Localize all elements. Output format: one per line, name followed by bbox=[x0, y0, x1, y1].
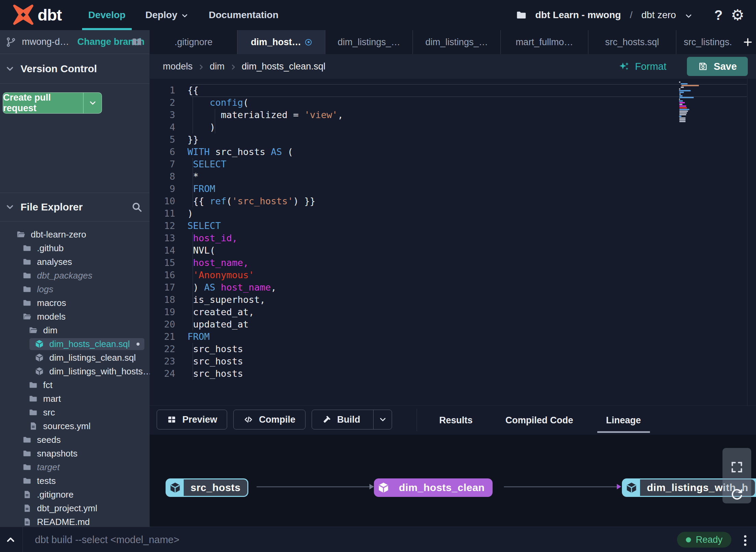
tree-item-.github[interactable]: .github bbox=[0, 241, 149, 255]
docs-book-icon[interactable] bbox=[130, 36, 143, 48]
line-number: 24 bbox=[150, 368, 187, 380]
tree-item-tests[interactable]: tests bbox=[0, 474, 149, 488]
reset-view-icon[interactable] bbox=[729, 488, 744, 503]
file-explorer-header[interactable]: File Explorer bbox=[0, 193, 149, 221]
line-number: 2 bbox=[150, 97, 187, 109]
panel-tab-label: Lineage bbox=[606, 415, 641, 426]
minimap[interactable] bbox=[679, 81, 699, 123]
build-button[interactable]: Build bbox=[312, 410, 392, 429]
nav-item-deploy[interactable]: Deploy bbox=[145, 0, 189, 30]
panel-tab-results[interactable]: Results bbox=[428, 406, 484, 435]
tree-item-label: dim_hosts_clean.sql bbox=[49, 339, 130, 349]
tree-item-src[interactable]: src bbox=[0, 406, 149, 419]
tree-item-analyses[interactable]: analyses bbox=[0, 255, 149, 269]
chevron-right-icon bbox=[197, 63, 205, 71]
new-tab-button[interactable] bbox=[740, 30, 756, 54]
line-number: 8 bbox=[150, 170, 187, 183]
breadcrumb-bar: modelsdimdim_hosts_clean.sql Format Save bbox=[150, 54, 756, 79]
help-icon[interactable]: ? bbox=[714, 8, 722, 23]
tree-item-models[interactable]: models bbox=[0, 310, 149, 323]
create-pull-request-label: Create pull request bbox=[3, 93, 83, 113]
panel-tab-label: Results bbox=[439, 415, 473, 426]
code-icon bbox=[243, 414, 253, 425]
search-icon[interactable] bbox=[131, 201, 143, 213]
tree-item-logs[interactable]: logs bbox=[0, 282, 149, 296]
folder-icon bbox=[22, 476, 32, 486]
node-label: dim_hosts_clean bbox=[392, 479, 492, 496]
create-pull-request-button[interactable]: Create pull request bbox=[3, 92, 102, 114]
environment-name[interactable]: dbt zero bbox=[641, 10, 676, 21]
status-label: Ready bbox=[696, 535, 722, 545]
breadcrumb: modelsdimdim_hosts_clean.sql bbox=[163, 61, 325, 72]
lineage-node-src_hosts[interactable]: src_hosts bbox=[166, 478, 248, 497]
command-bar-divider bbox=[23, 527, 23, 552]
git-branch-icon bbox=[5, 37, 16, 48]
breadcrumb-item[interactable]: dim_hosts_clean.sql bbox=[242, 61, 326, 72]
tab-label: mart_fullmo… bbox=[516, 37, 573, 48]
tree-item-dbt_packages[interactable]: dbt_packages bbox=[0, 269, 149, 282]
compile-button[interactable]: Compile bbox=[233, 410, 305, 429]
editor-tab-dim_listings_[interactable]: dim_listings_… bbox=[413, 30, 500, 54]
version-control-header[interactable]: Version Control bbox=[0, 54, 149, 84]
unsaved-dot bbox=[136, 343, 140, 346]
preview-button[interactable]: Preview bbox=[157, 410, 227, 429]
nav-item-develop[interactable]: Develop bbox=[88, 0, 126, 30]
breadcrumb-item[interactable]: dim bbox=[210, 61, 225, 72]
command-input[interactable] bbox=[35, 527, 548, 552]
nav-item-label: Deploy bbox=[145, 10, 177, 21]
panel-tab-compiled-code[interactable]: Compiled Code bbox=[494, 406, 585, 435]
code-line-17: 17 ) AS host_name, bbox=[150, 281, 756, 294]
dbt-logo-icon[interactable] bbox=[12, 4, 34, 26]
tree-item-.gitignore[interactable]: .gitignore bbox=[0, 488, 149, 501]
code-editor[interactable]: 1{{2 config(3 materialized = 'view',4 )5… bbox=[150, 79, 756, 406]
line-number: 7 bbox=[150, 158, 187, 170]
save-button[interactable]: Save bbox=[687, 57, 748, 76]
fullscreen-icon[interactable] bbox=[730, 460, 744, 474]
tree-item-dim_hosts_clean.sql[interactable]: dim_hosts_clean.sql bbox=[0, 337, 149, 351]
tree-item-snapshots[interactable]: snapshots bbox=[0, 447, 149, 460]
edge-arrowhead bbox=[369, 484, 374, 489]
nav-item-documentation[interactable]: Documentation bbox=[209, 0, 278, 30]
environment-chevron-down-icon[interactable] bbox=[684, 12, 693, 21]
editor-tab-dim_host[interactable]: dim_host… bbox=[237, 30, 325, 54]
code-line-19: 19 created_at, bbox=[150, 306, 756, 318]
editor-tab-src_hosts.sql[interactable]: src_hosts.sql bbox=[588, 30, 676, 54]
lineage-node-dim_hosts_clean[interactable]: dim_hosts_clean bbox=[374, 478, 493, 497]
tree-item-label: src bbox=[43, 407, 55, 418]
tree-item-macros[interactable]: macros bbox=[0, 296, 149, 310]
build-dropdown-toggle[interactable] bbox=[373, 410, 392, 429]
editor-tab-.gitignore[interactable]: .gitignore bbox=[150, 30, 237, 54]
cube-icon bbox=[34, 339, 44, 349]
line-number: 12 bbox=[150, 220, 187, 232]
breadcrumb-item[interactable]: models bbox=[163, 61, 193, 72]
tree-item-dim_listings_with_hosts[interactable]: dim_listings_with_hosts… bbox=[0, 364, 149, 378]
tree-item-seeds[interactable]: seeds bbox=[0, 433, 149, 447]
kebab-menu-icon[interactable] bbox=[742, 533, 748, 548]
line-number: 17 bbox=[150, 281, 187, 294]
tree-item-dim_listings_clean.sql[interactable]: dim_listings_clean.sql bbox=[0, 351, 149, 364]
tree-item-dbt_project.yml[interactable]: dbt_project.yml bbox=[0, 501, 149, 515]
tree-item-dim[interactable]: dim bbox=[0, 323, 149, 337]
tree-item-fct[interactable]: fct bbox=[0, 378, 149, 392]
tab-label: src_listings. bbox=[684, 37, 732, 48]
branch-name[interactable]: mwong-d… bbox=[22, 37, 69, 47]
editor-tab-mart_fullmo[interactable]: mart_fullmo… bbox=[501, 30, 588, 54]
file-explorer-title: File Explorer bbox=[21, 201, 83, 213]
editor-tab-dim_listings_[interactable]: dim_listings_… bbox=[325, 30, 413, 54]
tree-item-dbt-learn-zero[interactable]: dbt-learn-zero bbox=[0, 228, 149, 241]
code-lines: 1{{2 config(3 materialized = 'view',4 )5… bbox=[150, 84, 756, 380]
tree-item-target[interactable]: target bbox=[0, 460, 149, 474]
folder-open-icon bbox=[16, 230, 26, 239]
editor-tab-src_listings.[interactable]: src_listings. bbox=[676, 30, 740, 54]
project-name[interactable]: dbt Learn - mwong bbox=[535, 10, 621, 21]
scrollbar-gutter[interactable] bbox=[747, 79, 747, 406]
settings-gear-icon[interactable]: ⚙ bbox=[731, 8, 744, 23]
format-button[interactable]: Format bbox=[618, 61, 666, 72]
panel-tab-lineage[interactable]: Lineage bbox=[595, 406, 653, 435]
chevron-up-icon[interactable] bbox=[5, 534, 16, 545]
tree-item-sources.yml[interactable]: sources.yml bbox=[0, 419, 149, 433]
code-line-4: 4 ) bbox=[150, 121, 756, 133]
tree-item-mart[interactable]: mart bbox=[0, 392, 149, 406]
branch-row: mwong-d… Change branch bbox=[0, 30, 149, 54]
pr-dropdown-toggle[interactable] bbox=[83, 93, 102, 113]
